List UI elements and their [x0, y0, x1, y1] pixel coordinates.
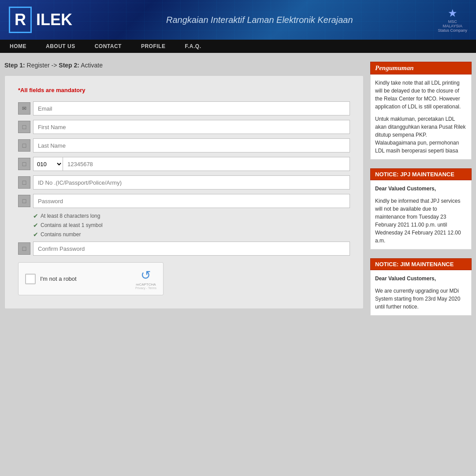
- id-row: [18, 175, 350, 190]
- email-row: [18, 101, 350, 115]
- password-row: [18, 194, 350, 208]
- nav-profile[interactable]: PROFILE: [131, 40, 175, 53]
- mandatory-note: *All fields are mandatory: [18, 87, 350, 93]
- msc-status: Status Company: [438, 28, 467, 33]
- hint-length-icon: ✔: [33, 212, 38, 219]
- password-icon: [18, 195, 30, 207]
- jpj-header: NOTICE: JPJ MAINTENANCE: [370, 168, 472, 180]
- msc-star-icon: ★: [448, 7, 457, 19]
- password-hints: ✔ At least 8 characters long ✔ Contains …: [33, 212, 350, 238]
- firstname-field[interactable]: [33, 120, 350, 134]
- breadcrumb: Step 1: Register -> Step 2: Activate: [4, 62, 364, 69]
- recaptcha-box[interactable]: I'm not a robot ↺ reCAPTCHA Privacy - Te…: [18, 262, 164, 295]
- step1-label: Step 1:: [4, 62, 25, 69]
- pengumuman-text2: Untuk makluman, percetakan LDL akan dita…: [375, 115, 467, 155]
- jpj-greeting: Dear Valued Customers,: [375, 185, 467, 193]
- msc-logo: ★ MSC MALAYSIA Status Company: [438, 7, 467, 33]
- recaptcha-checkbox[interactable]: [25, 274, 36, 284]
- recaptcha-left: I'm not a robot: [25, 274, 77, 284]
- hint-number: ✔ Contains number: [33, 231, 350, 238]
- password-field[interactable]: [33, 194, 350, 208]
- phone-icon: [18, 158, 30, 170]
- right-panel: Pengumuman Kindly take note that all LDL…: [370, 62, 472, 324]
- logo-r: R: [15, 11, 26, 29]
- firstname-icon: [18, 121, 30, 133]
- phone-row: 010 011 012 013 014 016 017 018 019: [18, 157, 350, 171]
- lastname-field[interactable]: [33, 138, 350, 152]
- jim-text: We are currently upgrading our MDi Syste…: [375, 287, 467, 311]
- hint-length-text: At least 8 characters long: [41, 213, 100, 219]
- id-field[interactable]: [33, 175, 350, 190]
- main-container: Step 1: Register -> Step 2: Activate *Al…: [0, 53, 476, 333]
- phone-field[interactable]: [63, 157, 350, 171]
- step2-label: Step 2:: [59, 62, 79, 69]
- jim-notice-box: NOTICE: JIM MAINTENANCE Dear Valued Cust…: [370, 258, 472, 316]
- step1-text: Register ->: [27, 62, 57, 69]
- hint-length: ✔ At least 8 characters long: [33, 212, 350, 219]
- jim-content: Dear Valued Customers, We are currently …: [370, 270, 472, 316]
- recaptcha-label: I'm not a robot: [40, 275, 77, 282]
- recaptcha-logo: ↺ reCAPTCHA Privacy - Terms: [135, 268, 156, 290]
- nav-faq[interactable]: F.A.Q.: [175, 40, 211, 53]
- hint-number-text: Contains number: [41, 231, 81, 238]
- jpj-notice-box: NOTICE: JPJ MAINTENANCE Dear Valued Cust…: [370, 168, 472, 249]
- lastname-icon: [18, 139, 30, 152]
- hint-symbol-text: Contains at least 1 symbol: [41, 222, 103, 228]
- pengumuman-text1: Kindly take note that all LDL printing w…: [375, 79, 467, 111]
- recaptcha-links: Privacy - Terms: [135, 286, 156, 290]
- nav-home[interactable]: HOME: [0, 40, 36, 53]
- email-field[interactable]: [33, 101, 350, 115]
- jim-greeting: Dear Valued Customers,: [375, 275, 467, 283]
- confirm-password-row: [18, 242, 350, 256]
- registration-form: *All fields are mandatory 010: [4, 75, 364, 309]
- jpj-content: Dear Valued Customers, Kindly be informe…: [370, 180, 472, 249]
- jim-header: NOTICE: JIM MAINTENANCE: [370, 258, 472, 270]
- email-icon: [18, 102, 30, 115]
- header: R ILEK Rangkaian Interaktif Laman Elektr…: [0, 0, 476, 40]
- confirm-password-icon: [18, 242, 30, 255]
- lastname-row: [18, 138, 350, 152]
- header-tagline: Rangkaian Interaktif Laman Elektronik Ke…: [81, 15, 438, 25]
- recaptcha-brand: reCAPTCHA: [135, 283, 156, 286]
- logo-box: R: [9, 7, 32, 33]
- logo-ilek: ILEK: [36, 11, 72, 29]
- id-icon: [18, 176, 30, 189]
- hint-symbol: ✔ Contains at least 1 symbol: [33, 222, 350, 229]
- pengumuman-header: Pengumuman: [370, 62, 472, 74]
- msc-sub: MALAYSIA: [438, 24, 467, 28]
- nav-about[interactable]: ABOUT US: [36, 40, 85, 53]
- navigation: HOME ABOUT US CONTACT PROFILE F.A.Q.: [0, 40, 476, 53]
- pengumuman-box: Pengumuman Kindly take note that all LDL…: [370, 62, 472, 160]
- step2-text: Activate: [81, 62, 103, 69]
- jpj-text: Kindly be informed that JPJ services wil…: [375, 197, 467, 245]
- nav-contact[interactable]: CONTACT: [85, 40, 131, 53]
- hint-number-icon: ✔: [33, 231, 38, 238]
- phone-code-select[interactable]: 010 011 012 013 014 016 017 018 019: [33, 157, 63, 171]
- left-panel: Step 1: Register -> Step 2: Activate *Al…: [4, 62, 364, 324]
- confirm-password-field[interactable]: [33, 242, 350, 256]
- firstname-row: [18, 120, 350, 134]
- msc-label: MSC: [438, 19, 467, 24]
- hint-symbol-icon: ✔: [33, 222, 38, 229]
- pengumuman-content: Kindly take note that all LDL printing w…: [370, 74, 472, 160]
- recaptcha-icon: ↺: [141, 268, 151, 282]
